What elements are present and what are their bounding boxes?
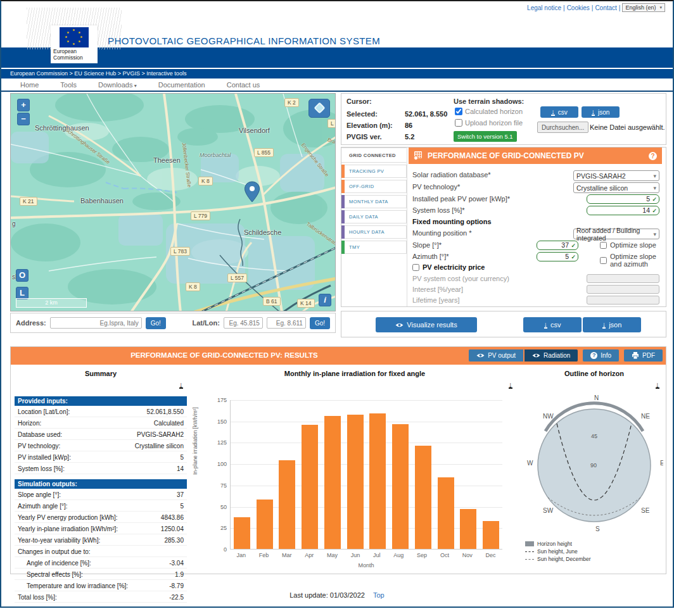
tab-grid-connected[interactable]: GRID CONNECTED xyxy=(341,148,407,163)
optimize-slope-label: Optimize slope xyxy=(610,241,656,249)
row-value: 4843.86 xyxy=(161,514,184,521)
map-zoom-out-button[interactable]: − xyxy=(17,113,30,125)
y-tick-label: 0 xyxy=(224,546,227,553)
calculated-horizon-checkbox[interactable] xyxy=(455,108,462,115)
nav-item-tools[interactable]: Tools xyxy=(60,81,77,89)
horizon-json-button[interactable]: ↓json xyxy=(582,106,620,118)
results-button-group: PV outputRadiation xyxy=(468,349,578,362)
pv-price-checkbox[interactable] xyxy=(412,264,419,271)
results-info-button[interactable]: ?Info xyxy=(582,349,620,362)
map-overview-button[interactable]: O xyxy=(16,269,29,282)
road-badge: K 14 xyxy=(297,299,315,308)
chart-download-icon[interactable]: ↓ xyxy=(509,382,513,389)
pv-technology-select[interactable]: Crystalline silicon▾ xyxy=(573,182,659,193)
nav-item-contact-us[interactable]: Contact us xyxy=(227,81,260,89)
results-radiation-button[interactable]: Radiation xyxy=(524,349,578,362)
x-tick-label: Mar xyxy=(282,552,292,558)
azimuth-input[interactable]: 5✓ xyxy=(537,252,578,261)
road-badge: B 61 xyxy=(263,297,281,306)
last-update-text: Last update: 01/03/2022 xyxy=(289,591,365,599)
system-cost-input[interactable] xyxy=(587,274,659,283)
map[interactable]: SchröttinghausenVilsendorfTheesenMoorbac… xyxy=(10,93,336,311)
address-go-button[interactable]: Go! xyxy=(146,317,166,329)
road-badge: L 5 xyxy=(327,119,336,128)
table-row: Azimuth angle [°]:5 xyxy=(15,500,187,512)
lifetime-input[interactable] xyxy=(587,296,659,305)
table-row: Horizon:Calculated xyxy=(15,417,187,429)
table-row: Location [Lat/Lon]:52.061,8.550 xyxy=(15,406,187,417)
row-value: -8.79 xyxy=(169,582,184,589)
lat-input[interactable] xyxy=(224,317,263,329)
map-info-button[interactable]: i xyxy=(319,294,331,306)
system-loss-input[interactable]: 14✓ xyxy=(587,206,659,215)
tab-daily-data[interactable]: DAILY DATA xyxy=(341,210,407,223)
help-icon[interactable]: ? xyxy=(649,152,657,160)
nav-item-downloads[interactable]: Downloads ▾ xyxy=(98,81,137,89)
optimize-both-checkbox[interactable] xyxy=(600,257,607,264)
top-link[interactable]: Top xyxy=(373,591,385,599)
road-badge: K 21 xyxy=(20,197,37,206)
horizon-csv-button[interactable]: ↓csv xyxy=(540,106,578,118)
mounting-position-select[interactable]: Roof added / Building integrated▾ xyxy=(573,229,659,239)
slope-input[interactable]: 37✓ xyxy=(537,241,578,250)
map-layers-button[interactable] xyxy=(308,99,330,118)
azimuth-label: Azimuth [°]* xyxy=(412,253,449,260)
browse-file-button[interactable]: Durchsuchen... xyxy=(537,122,588,133)
peak-power-label: Installed peak PV power [kWp]* xyxy=(412,195,510,203)
visualize-results-button[interactable]: Visualize results xyxy=(376,317,477,332)
tab-tmy[interactable]: TMY xyxy=(341,241,407,254)
tab-label: GRID CONNECTED xyxy=(349,153,396,158)
breadcrumb[interactable]: European Commission > EU Science Hub > P… xyxy=(1,69,673,79)
upload-horizon-checkbox[interactable] xyxy=(455,119,462,127)
tab-tracking-pv[interactable]: TRACKING PV xyxy=(341,165,407,178)
database-select[interactable]: PVGIS-SARAH2▾ xyxy=(573,170,659,181)
row-label: PV technology: xyxy=(18,443,60,449)
x-tick-label: Jun xyxy=(351,552,360,558)
road-badge: L 557 xyxy=(227,273,247,282)
irradiation-chart-panel: Monthly in-plane irradiation for fixed a… xyxy=(193,370,516,576)
x-tick-label: Jul xyxy=(373,552,381,558)
switch-version-button[interactable]: Switch to version 5.1 xyxy=(454,131,517,142)
location-marker[interactable] xyxy=(244,181,260,203)
nav-item-documentation[interactable]: Documentation xyxy=(158,81,205,89)
tab-off-grid[interactable]: OFF-GRID xyxy=(341,180,407,193)
address-input[interactable] xyxy=(50,317,142,329)
legend-label: Horizon height xyxy=(537,541,572,547)
latlon-label: Lat/Lon: xyxy=(192,319,219,327)
tab-monthly-data[interactable]: MONTHLY DATA xyxy=(341,195,407,208)
results-pv-output-button[interactable]: PV output xyxy=(468,349,524,362)
optimize-slope-checkbox[interactable] xyxy=(600,242,607,249)
question-icon: ? xyxy=(590,352,597,359)
legend-swatch-dot xyxy=(525,559,534,560)
pvgis-version-label: PVGIS ver. xyxy=(347,133,382,141)
bar-jan xyxy=(234,517,250,549)
tab-hourly-data[interactable]: HOURLY DATA xyxy=(341,225,407,239)
results-csv-button[interactable]: ↓csv xyxy=(523,317,582,332)
interest-input[interactable] xyxy=(587,285,659,294)
horizon-download-icon[interactable]: ↓ xyxy=(656,382,660,389)
bar-may xyxy=(324,416,341,549)
peak-power-input[interactable]: 5✓ xyxy=(587,194,659,204)
no-file-text: Keine Datei ausgewählt. xyxy=(590,123,665,131)
compass-label-n: N xyxy=(594,394,599,401)
legend-item: Sun height, June xyxy=(525,548,663,555)
map-layerlist-button[interactable]: L xyxy=(16,287,29,299)
results-pdf-button[interactable]: PDF xyxy=(623,349,663,362)
row-label: Database used: xyxy=(18,431,62,438)
row-label: Changes in output due to: xyxy=(18,548,91,555)
map-zoom-in-button[interactable]: + xyxy=(17,99,30,111)
tab-label: MONTHLY DATA xyxy=(349,199,388,204)
map-town-label: Theesen xyxy=(153,156,181,164)
summary-download-icon[interactable]: ↓ xyxy=(179,382,184,389)
eye-icon xyxy=(532,353,540,358)
bar-feb xyxy=(257,500,273,549)
nav-item-home[interactable]: Home xyxy=(20,81,39,89)
latlon-go-button[interactable]: Go! xyxy=(310,317,330,329)
row-value: 37 xyxy=(177,491,184,498)
results-json-button[interactable]: ↓json xyxy=(583,317,641,332)
row-value: 14 xyxy=(177,465,184,472)
selected-label: Selected: xyxy=(347,110,378,118)
table-row: Changes in output due to: xyxy=(15,546,187,557)
lon-input[interactable] xyxy=(267,317,306,329)
x-tick-label: May xyxy=(327,552,338,558)
